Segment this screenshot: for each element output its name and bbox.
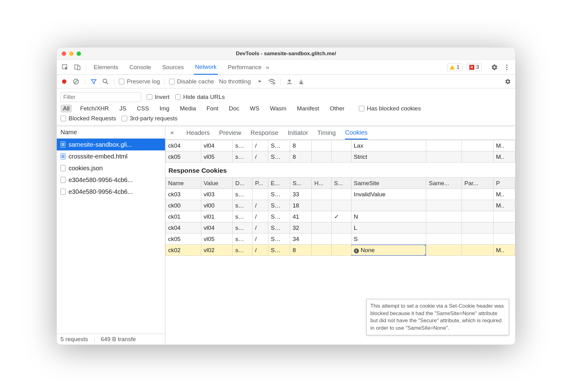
disable-cache-checkbox[interactable]: Disable cache bbox=[169, 78, 214, 85]
request-item[interactable]: crosssite-embed.html bbox=[57, 150, 165, 162]
filter-chip-css[interactable]: CSS bbox=[134, 105, 151, 113]
request-item[interactable]: samesite-sandbox.gli... bbox=[57, 139, 165, 150]
tooltip-text: This attempt to set a cookie via a Set-C… bbox=[370, 303, 504, 331]
detail-tab-cookies[interactable]: Cookies bbox=[345, 126, 367, 140]
detail-tab-timing[interactable]: Timing bbox=[317, 126, 336, 140]
request-name: cookies.json bbox=[69, 165, 103, 172]
table-row[interactable]: ck04vl04s…/S…8LaxM.. bbox=[166, 140, 515, 151]
has-blocked-cookies-checkbox[interactable]: Has blocked cookies bbox=[359, 105, 421, 112]
table-row[interactable]: ck05vl05s…/S…34S bbox=[166, 234, 515, 245]
column-header[interactable]: Same... bbox=[426, 178, 462, 189]
column-header[interactable]: Value bbox=[201, 178, 233, 189]
main-tab-performance[interactable]: Performance bbox=[226, 60, 263, 74]
filter-chip-ws[interactable]: WS bbox=[248, 105, 262, 113]
search-icon[interactable] bbox=[101, 77, 110, 86]
filter-input[interactable] bbox=[60, 92, 141, 102]
table-row[interactable]: ck00vl00s…/S…18M.. bbox=[166, 200, 515, 211]
filter-chip-doc[interactable]: Doc bbox=[226, 105, 242, 113]
blocked-requests-label: Blocked Requests bbox=[69, 115, 116, 122]
preserve-log-checkbox[interactable]: Preserve log bbox=[119, 78, 160, 85]
column-header[interactable]: E... bbox=[268, 178, 290, 189]
main-tab-console[interactable]: Console bbox=[128, 60, 152, 74]
request-list[interactable]: samesite-sandbox.gli...crosssite-embed.h… bbox=[57, 139, 165, 334]
record-button[interactable] bbox=[60, 77, 69, 86]
column-header[interactable]: S... bbox=[290, 178, 312, 189]
third-party-checkbox[interactable]: 3rd-party requests bbox=[122, 115, 177, 122]
filter-chip-all[interactable]: All bbox=[60, 105, 72, 113]
sidebar-status: 5 requests 649 B transfe bbox=[57, 334, 165, 345]
main-tab-elements[interactable]: Elements bbox=[92, 60, 119, 74]
detail-tab-headers[interactable]: Headers bbox=[186, 126, 210, 140]
hide-data-urls-checkbox[interactable]: Hide data URLs bbox=[175, 94, 225, 100]
column-header[interactable]: P bbox=[493, 178, 515, 189]
table-row[interactable]: ck03vl03s…S…33InvalidValueM.. bbox=[166, 189, 515, 200]
request-sidebar: Name samesite-sandbox.gli...crosssite-em… bbox=[57, 126, 165, 345]
download-har-icon[interactable] bbox=[297, 77, 306, 86]
network-settings-gear-icon[interactable] bbox=[503, 77, 512, 86]
request-name: e304e580-9956-4cb6... bbox=[69, 188, 133, 195]
column-header[interactable]: S... bbox=[331, 178, 351, 189]
filter-chip-font[interactable]: Font bbox=[204, 105, 221, 113]
settings-gear-icon[interactable] bbox=[489, 62, 500, 73]
filter-chip-js[interactable]: JS bbox=[117, 105, 129, 113]
request-item[interactable]: cookies.json bbox=[57, 162, 165, 174]
blocked-requests-checkbox[interactable]: Blocked Requests bbox=[60, 115, 116, 122]
more-tabs-button[interactable]: » bbox=[265, 60, 270, 74]
main-tab-network[interactable]: Network bbox=[194, 60, 218, 75]
close-detail-button[interactable]: × bbox=[170, 129, 174, 136]
column-header[interactable]: H... bbox=[312, 178, 332, 189]
request-count: 5 requests bbox=[60, 336, 88, 343]
throttling-dropdown[interactable]: No throttling bbox=[219, 78, 261, 85]
minimize-window-button[interactable] bbox=[69, 51, 74, 56]
filter-chip-media[interactable]: Media bbox=[177, 105, 199, 113]
request-item[interactable]: e304e580-9956-4cb6... bbox=[57, 174, 165, 186]
upload-har-icon[interactable] bbox=[285, 77, 294, 86]
samesite-warning-tooltip: This attempt to set a cookie via a Set-C… bbox=[366, 299, 509, 335]
request-item[interactable]: e304e580-9956-4cb6... bbox=[57, 186, 165, 198]
table-row[interactable]: ck05vl05s…/S…8StrictM.. bbox=[166, 151, 515, 163]
table-row[interactable]: ck02vl02s…/S…8iNoneM.. bbox=[166, 245, 515, 256]
kebab-menu-icon[interactable] bbox=[502, 62, 512, 73]
detail-tab-response[interactable]: Response bbox=[250, 126, 278, 140]
column-header[interactable]: P... bbox=[252, 178, 268, 189]
info-icon[interactable]: i bbox=[354, 248, 359, 253]
request-cookies-table-partial: ck04vl04s…/S…8LaxM..ck05vl05s…/S…8Strict… bbox=[165, 140, 515, 163]
transfer-size: 649 B transfe bbox=[101, 336, 136, 343]
filter-icon[interactable] bbox=[89, 77, 98, 86]
chevron-down-icon bbox=[258, 81, 261, 82]
invert-checkbox[interactable]: Invert bbox=[147, 94, 170, 100]
svg-line-7 bbox=[74, 80, 78, 83]
main-tabstrip: ElementsConsoleSourcesNetworkPerformance… bbox=[57, 60, 515, 75]
inspect-icon[interactable] bbox=[60, 62, 70, 73]
detail-tabstrip: × HeadersPreviewResponseInitiatorTimingC… bbox=[165, 126, 515, 140]
maximize-window-button[interactable] bbox=[77, 51, 81, 56]
filter-chip-other[interactable]: Other bbox=[327, 105, 347, 113]
document-icon bbox=[60, 153, 65, 159]
main-tab-sources[interactable]: Sources bbox=[161, 60, 185, 74]
detail-tab-preview[interactable]: Preview bbox=[219, 126, 241, 140]
errors-badge[interactable]: ✕ 3 bbox=[467, 64, 482, 71]
close-window-button[interactable] bbox=[62, 51, 66, 56]
device-toolbar-icon[interactable] bbox=[72, 62, 83, 73]
clear-button[interactable] bbox=[72, 77, 80, 86]
svg-point-3 bbox=[506, 65, 507, 66]
column-header[interactable]: D... bbox=[233, 178, 252, 189]
detail-tab-initiator[interactable]: Initiator bbox=[288, 126, 308, 140]
filter-chip-img[interactable]: Img bbox=[157, 105, 172, 113]
column-header[interactable]: Par... bbox=[462, 178, 494, 189]
column-header[interactable]: SameSite bbox=[351, 178, 426, 189]
svg-point-8 bbox=[103, 79, 107, 83]
has-blocked-label: Has blocked cookies bbox=[367, 105, 421, 112]
network-conditions-icon[interactable] bbox=[267, 77, 276, 86]
warnings-badge[interactable]: 1 bbox=[447, 64, 462, 71]
filter-chip-wasm[interactable]: Wasm bbox=[267, 105, 289, 113]
invert-label: Invert bbox=[155, 94, 170, 100]
table-row[interactable]: ck01vl01s…/S…41✓N bbox=[166, 211, 515, 222]
file-icon bbox=[60, 177, 65, 183]
filter-chip-manifest[interactable]: Manifest bbox=[294, 105, 322, 113]
file-icon bbox=[60, 189, 65, 195]
column-header[interactable]: Name bbox=[166, 178, 201, 189]
filter-chip-fetch-xhr[interactable]: Fetch/XHR bbox=[78, 105, 111, 113]
errors-count: 3 bbox=[476, 65, 479, 70]
table-row[interactable]: ck04vl04s…/S…32L bbox=[166, 222, 515, 234]
